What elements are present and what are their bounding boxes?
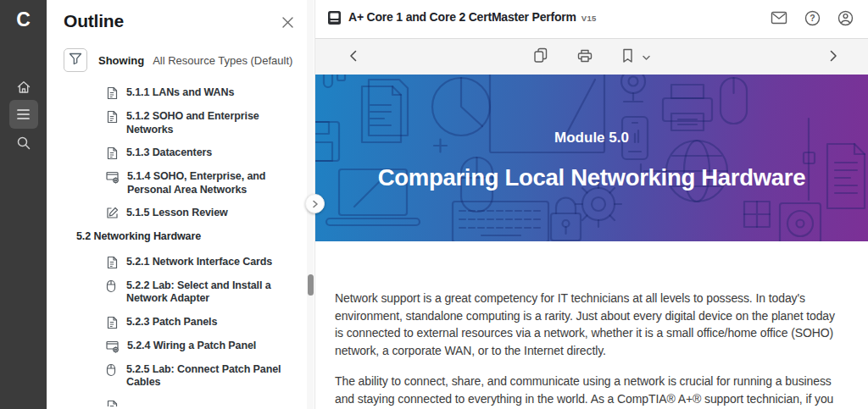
filter-funnel-icon: [69, 53, 82, 68]
copy-icon: [533, 47, 548, 66]
copy-button[interactable]: [531, 46, 550, 68]
document-icon: [106, 86, 119, 100]
outline-menu-button[interactable]: [9, 100, 38, 129]
menu-icon: [16, 108, 31, 120]
course-reader-icon: [327, 10, 342, 29]
main-area: A+ Core 1 and Core 2 CertMaster Perform …: [315, 0, 868, 409]
outline-item-label: 5.2.5 Lab: Connect Patch Panel Cables: [126, 363, 292, 390]
outline-panel: Outline Showing All Resource Types (Defa…: [47, 0, 315, 409]
account-icon: [837, 10, 854, 29]
document-icon: [106, 316, 119, 329]
search-button[interactable]: [9, 130, 38, 157]
outline-item-label: 5.2.2 Lab: Select and Install a Network …: [126, 279, 292, 306]
app: C: [0, 0, 868, 409]
outline-scrollbar-thumb[interactable]: [308, 274, 314, 296]
outline-list: 5.1.1 LANs and WANs5.1.2 SOHO and Enterp…: [47, 86, 314, 406]
app-header: A+ Core 1 and Core 2 CertMaster Perform …: [315, 0, 868, 39]
module-banner: Module 5.0 Comparing Local Networking Ha…: [315, 75, 868, 241]
outline-section-header[interactable]: 5.2 Networking Hardware: [47, 230, 314, 244]
home-icon: [16, 80, 31, 95]
outline-item[interactable]: 5.1.2 SOHO and Enterprise Networks: [47, 110, 314, 136]
bookmark-button[interactable]: [620, 47, 636, 68]
help-button[interactable]: ?: [804, 10, 821, 29]
lesson-content: Network support is a great competency fo…: [315, 241, 868, 409]
course-title: A+ Core 1 and Core 2 CertMaster Perform: [348, 10, 576, 24]
filter-button[interactable]: [64, 48, 87, 72]
search-icon: [16, 135, 31, 151]
bookmark-icon: [622, 48, 634, 66]
lab-icon: [106, 279, 119, 293]
previous-page-button[interactable]: [348, 48, 359, 66]
bookmark-dropdown-button[interactable]: [641, 49, 653, 65]
next-page-button[interactable]: [828, 48, 839, 66]
chevron-down-icon: [643, 51, 651, 64]
outline-item[interactable]: 5.1.3 Datacenters: [47, 146, 314, 160]
outline-item[interactable]: 5.2.2 Lab: Select and Install a Network …: [47, 279, 314, 306]
print-button[interactable]: [576, 47, 595, 68]
document-icon: [106, 110, 119, 124]
document-icon: [106, 256, 119, 269]
outline-item-partial: [47, 400, 314, 406]
outline-item[interactable]: 5.1.1 LANs and WANs: [47, 86, 314, 100]
chevron-right-icon: [830, 50, 837, 64]
video-icon: [106, 340, 120, 353]
icon-rail: C: [0, 0, 47, 409]
help-icon: ?: [804, 10, 821, 29]
home-button[interactable]: [9, 74, 38, 101]
mail-icon: [771, 11, 787, 27]
video-icon: [106, 170, 120, 184]
print-icon: [577, 48, 593, 66]
outline-item-label: 5.2.4 Wiring a Patch Panel: [127, 340, 256, 353]
document-icon: [106, 146, 119, 160]
module-number: Module 5.0: [554, 130, 629, 146]
account-button[interactable]: [837, 10, 854, 29]
outline-item[interactable]: 5.2.4 Wiring a Patch Panel: [47, 340, 314, 353]
outline-item-label: 5.2.1 Network Interface Cards: [126, 256, 272, 269]
outline-item-label: 5.2 Networking Hardware: [76, 230, 201, 244]
svg-text:?: ?: [810, 13, 815, 23]
outline-item-label: 5.1.3 Datacenters: [126, 146, 212, 160]
module-title: Comparing Local Networking Hardware: [378, 164, 805, 191]
messages-button[interactable]: [771, 11, 787, 27]
filter-value[interactable]: All Resource Types (Default): [153, 54, 292, 67]
outline-item[interactable]: 5.1.5 Lesson Review: [47, 207, 314, 220]
chevron-right-icon: [312, 196, 319, 212]
outline-item-label: 5.1.2 SOHO and Enterprise Networks: [126, 110, 292, 136]
filter-showing-label: Showing: [98, 54, 144, 67]
lab-icon: [106, 363, 119, 377]
comptia-logo: C: [16, 8, 31, 31]
outline-panel-title: Outline: [64, 11, 124, 31]
outline-item[interactable]: 5.2.3 Patch Panels: [47, 316, 314, 329]
edit-icon: [106, 207, 119, 219]
outline-item-label: 5.2.3 Patch Panels: [126, 316, 217, 329]
outline-item[interactable]: 5.1.4 SOHO, Enterprise, and Personal Are…: [47, 170, 314, 196]
outline-item-label: 5.1.4 SOHO, Enterprise, and Personal Are…: [127, 170, 292, 196]
close-outline-button[interactable]: [278, 13, 298, 35]
reader-toolbar: [315, 39, 868, 75]
document-icon: [106, 400, 119, 406]
outline-item-label: 5.1.1 LANs and WANs: [126, 86, 234, 100]
lesson-paragraph: Network support is a great competency fo…: [335, 290, 846, 359]
lesson-paragraph: The ability to connect, share, and commu…: [335, 373, 846, 409]
course-version: V15: [581, 14, 597, 23]
outline-item-label: 5.1.5 Lesson Review: [126, 207, 228, 220]
outline-item[interactable]: 5.2.1 Network Interface Cards: [47, 256, 314, 269]
outline-item[interactable]: 5.2.5 Lab: Connect Patch Panel Cables: [47, 363, 314, 390]
chevron-left-icon: [349, 50, 357, 64]
resource-filter-row: Showing All Resource Types (Default): [47, 48, 314, 72]
close-icon: [281, 19, 294, 31]
collapse-panel-button[interactable]: [305, 194, 325, 213]
